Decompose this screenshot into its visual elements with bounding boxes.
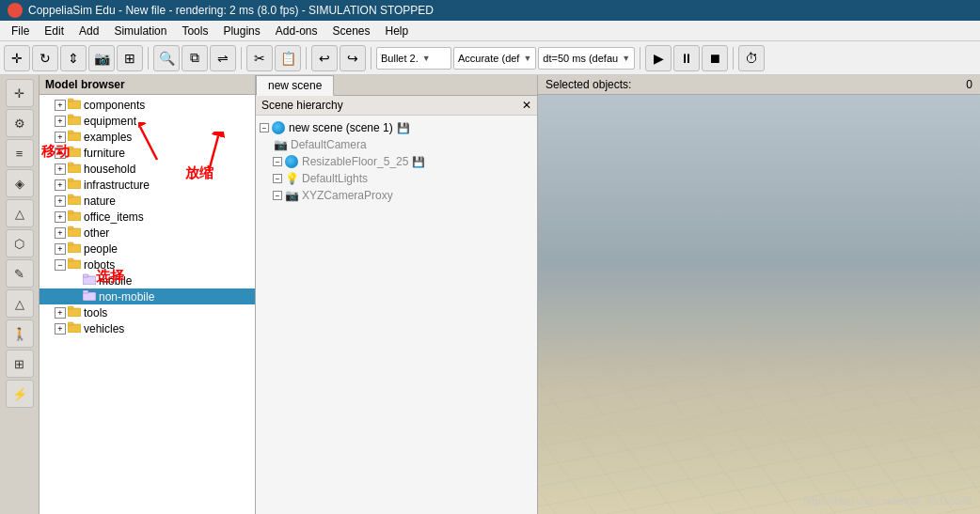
expander-xyz[interactable]: − (273, 191, 282, 200)
expander-people[interactable]: + (55, 243, 66, 255)
scene-tab-new[interactable]: new scene (256, 75, 334, 96)
sidebar-icon-5[interactable]: △ (6, 199, 34, 227)
tree-label-vehicles: vehicles (84, 322, 124, 335)
title-bar: CoppeliaSim Edu - New file - rendering: … (0, 0, 980, 21)
folder-icon-nature (68, 194, 81, 208)
sidebar-icon-10[interactable]: ⊞ (6, 350, 34, 378)
scene-item-lights[interactable]: − 💡 DefaultLights (260, 170, 533, 187)
tree-item-equipment[interactable]: +equipment (40, 113, 255, 129)
svg-rect-2 (68, 117, 81, 125)
tree-item-tools[interactable]: +tools (40, 304, 255, 320)
toolbar-sep6 (733, 47, 734, 70)
toolbar-rotate-btn[interactable]: ↻ (32, 45, 58, 71)
folder-icon-non-mobile (83, 289, 96, 304)
tree-item-components[interactable]: +components (40, 97, 255, 113)
toolbar-camera-btn[interactable]: 📷 (88, 45, 115, 71)
sidebar-icon-4[interactable]: ◈ (6, 169, 34, 197)
sidebar-icon-9[interactable]: 🚶 (6, 319, 34, 348)
toolbar: ✛ ↻ ⇕ 📷 ⊞ 🔍 ⧉ ⇌ ✂ 📋 ↩ ↪ Bullet 2. ▼ Accu… (0, 41, 980, 75)
sidebar-icon-2[interactable]: ⚙ (6, 109, 34, 137)
expander-furniture[interactable]: + (55, 148, 66, 159)
tree-item-people[interactable]: +people (40, 241, 255, 257)
tree-item-mobile[interactable]: mobile (40, 273, 255, 288)
scene-panel: new scene Scene hierarchy ✕ − new scene … (256, 75, 538, 514)
sidebar-icon-3[interactable]: ≡ (6, 139, 34, 167)
svg-rect-13 (68, 195, 73, 197)
menu-item-file[interactable]: File (4, 23, 37, 39)
pause-button[interactable]: ⏸ (673, 45, 700, 71)
menu-item-scenes[interactable]: Scenes (325, 23, 378, 39)
scene-item-floor[interactable]: − ResizableFloor_5_25 💾 (260, 153, 533, 170)
expander-vehicles[interactable]: + (55, 323, 66, 335)
tree-item-examples[interactable]: +examples (40, 129, 255, 145)
toolbar-paste-btn[interactable]: 📋 (275, 45, 301, 71)
expander-other[interactable]: + (55, 227, 66, 239)
tree-item-other[interactable]: +other (40, 225, 255, 241)
scene-item-camera[interactable]: 📷 DefaultCamera (260, 136, 533, 153)
viewport[interactable]: https://blog.csdn.net/sinat_39153249 (538, 95, 980, 514)
tree-item-infrastructure[interactable]: +infrastructure (40, 177, 255, 193)
menu-item-add-ons[interactable]: Add-ons (268, 23, 325, 39)
expander-components[interactable]: + (55, 100, 66, 111)
accurate-dropdown[interactable]: Accurate (def ▼ (453, 47, 536, 70)
expander-office_items[interactable]: + (55, 211, 66, 223)
stop-button[interactable]: ⏹ (702, 45, 728, 71)
menu-item-tools[interactable]: Tools (174, 23, 215, 39)
tree-item-robots[interactable]: −robots (40, 257, 255, 273)
toolbar-path-btn[interactable]: ⇌ (210, 45, 236, 71)
expander-lights[interactable]: − (273, 174, 282, 183)
toolbar-move-btn[interactable]: ✛ (4, 45, 30, 71)
expander-examples[interactable]: + (55, 132, 66, 143)
folder-icon-people (68, 241, 81, 256)
menu-item-plugins[interactable]: Plugins (215, 23, 267, 39)
dt-dropdown[interactable]: dt=50 ms (defau ▼ (538, 47, 635, 70)
tree-item-vehicles[interactable]: +vehicles (40, 320, 255, 336)
svg-rect-16 (68, 228, 81, 237)
toolbar-scale-btn[interactable]: ⇕ (60, 45, 87, 71)
expander-nature[interactable]: + (55, 195, 66, 207)
tree-item-officeitems[interactable]: +office_items (40, 209, 255, 225)
expander-household[interactable]: + (55, 164, 66, 175)
clock-button[interactable]: ⏱ (738, 45, 765, 71)
svg-rect-34 (538, 326, 980, 514)
sidebar-icon-8[interactable]: △ (6, 289, 34, 318)
toolbar-select-btn[interactable]: 🔍 (153, 45, 180, 71)
toolbar-undo-btn[interactable]: ↩ (311, 45, 338, 71)
expander-infrastructure[interactable]: + (55, 179, 66, 191)
menu-item-edit[interactable]: Edit (37, 23, 71, 39)
selected-objects-label: Selected objects: (545, 78, 631, 91)
toolbar-cut-btn[interactable]: ✂ (246, 45, 273, 71)
expander-floor[interactable]: − (273, 157, 282, 166)
toolbar-sep4 (371, 47, 371, 70)
toolbar-redo-btn[interactable]: ↪ (340, 45, 366, 71)
sidebar-icon-11[interactable]: ⚡ (6, 380, 34, 408)
expander-tools[interactable]: + (55, 307, 66, 319)
sidebar-icon-1[interactable]: ✛ (6, 79, 34, 107)
folder-icon-equipment (68, 114, 81, 128)
scene-item-newscene[interactable]: − new scene (scene 1) 💾 (260, 119, 533, 136)
sidebar-icon-6[interactable]: ⬡ (6, 229, 34, 257)
svg-rect-4 (68, 132, 81, 141)
toolbar-fit-btn[interactable]: ⊞ (117, 45, 143, 71)
bullet-dropdown[interactable]: Bullet 2. ▼ (376, 47, 451, 70)
tree-item-furniture[interactable]: +furniture (40, 145, 255, 161)
tree-item-nature[interactable]: +nature (40, 193, 255, 209)
scene-hierarchy-close[interactable]: ✕ (522, 99, 531, 112)
expander-newscene[interactable]: − (260, 123, 269, 132)
menu-item-simulation[interactable]: Simulation (106, 23, 174, 39)
app-logo (8, 3, 23, 18)
scene-item-xyz[interactable]: − 📷 XYZCameraProxy (260, 187, 533, 204)
svg-rect-25 (83, 290, 88, 293)
model-browser-tree[interactable]: +components+equipment+examples+furniture… (40, 95, 255, 514)
play-button[interactable]: ▶ (645, 45, 672, 71)
scene-tabs: new scene (256, 75, 537, 96)
toolbar-obj-btn[interactable]: ⧉ (182, 45, 208, 71)
expander-equipment[interactable]: + (55, 116, 66, 127)
folder-icon-examples (68, 130, 81, 144)
tree-item-nonmobile[interactable]: non-mobile (40, 288, 255, 304)
menu-item-add[interactable]: Add (71, 23, 106, 39)
menu-item-help[interactable]: Help (378, 23, 417, 39)
sidebar-icon-7[interactable]: ✎ (6, 259, 34, 288)
tree-item-household[interactable]: +household (40, 161, 255, 177)
expander-robots[interactable]: − (55, 259, 66, 271)
